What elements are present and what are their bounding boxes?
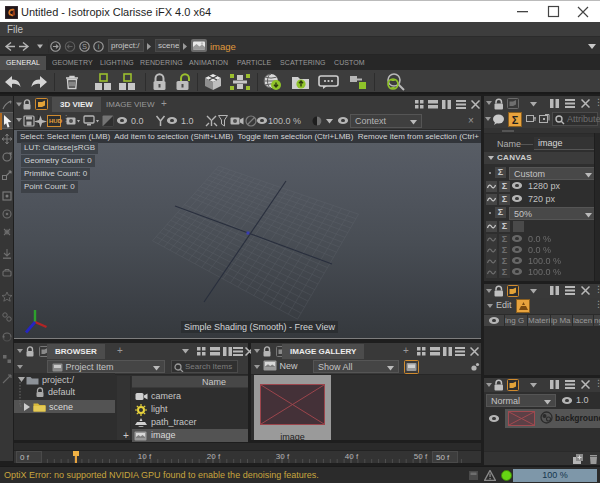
svg-text:i: i — [98, 42, 100, 51]
svg-text:S: S — [82, 42, 87, 51]
